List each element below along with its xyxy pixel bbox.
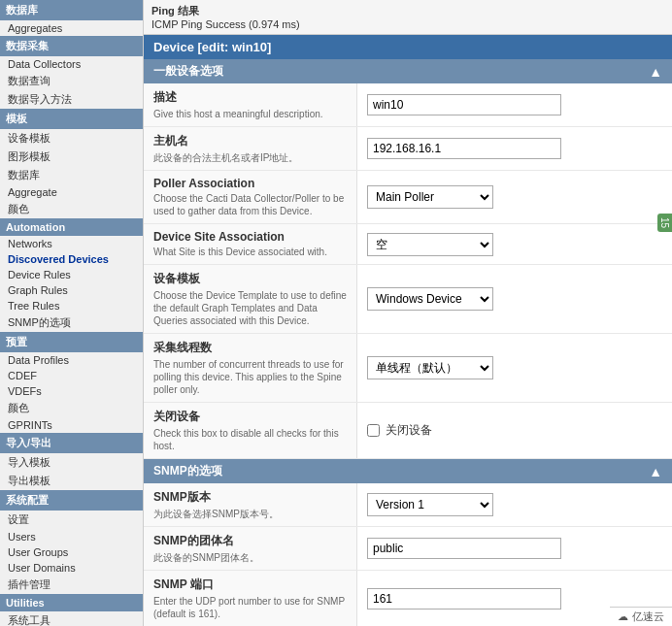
form-row-hostname-input: 主机名此设备的合法主机名或者IP地址。	[144, 127, 672, 171]
sidebar-item-data-queries[interactable]: 数据查询	[0, 72, 143, 90]
hostname-input-hint: 此设备的合法主机名或者IP地址。	[153, 151, 347, 164]
sidebar-header-预置: 预置	[0, 332, 143, 352]
snmp-port-input-hint: Enter the UDP port number to use for SNM…	[153, 595, 347, 620]
sidebar-item-data-templates[interactable]: 数据库	[0, 166, 143, 184]
watermark-text: 亿速云	[632, 610, 664, 624]
site-select-label: Device Site Association	[153, 230, 347, 244]
form-row-site-select: Device Site AssociationWhat Site is this…	[144, 224, 672, 265]
sidebar-item-snmp-options[interactable]: SNMP的选项	[0, 313, 143, 332]
sidebar-item-plugin-management[interactable]: 插件管理	[0, 576, 143, 594]
sidebar-item-user-domains[interactable]: User Domains	[0, 560, 143, 576]
sidebar-header-系统配置: 系统配置	[0, 490, 143, 511]
form-row-device-template-select: 设备模板Choose the Device Template to use to…	[144, 265, 672, 334]
snmp-port-input[interactable]	[367, 588, 561, 610]
sidebar-item-system-tools[interactable]: 系统工具	[0, 611, 143, 626]
sidebar-header-数据采集: 数据采集	[0, 36, 143, 56]
sidebar-item-graph-rules[interactable]: Graph Rules	[0, 282, 143, 298]
sidebar-header-automation: Automation	[0, 218, 143, 236]
device-template-select-hint: Choose the Device Template to use to def…	[153, 289, 347, 327]
sidebar-item-cdef[interactable]: CDEF	[0, 368, 143, 383]
ping-result: ICMP Ping Success (0.974 ms)	[151, 18, 300, 30]
general-section-title: 一般设备选项	[153, 63, 223, 80]
disable-checkbox[interactable]	[367, 424, 380, 437]
right-badge: 15	[657, 214, 672, 232]
snmp-port-input-label: SNMP 端口	[153, 577, 347, 593]
snmp-section: SNMP的选项 ▲ SNMP版本为此设备选择SNMP版本号。Version 1V…	[144, 459, 672, 626]
sidebar-item-settings[interactable]: 设置	[0, 511, 143, 529]
snmp-community-input[interactable]	[367, 538, 561, 559]
sidebar-item-users[interactable]: Users	[0, 529, 143, 544]
sidebar-header-导入/导出: 导入/导出	[0, 433, 143, 453]
sidebar-item-data-profiles[interactable]: Data Profiles	[0, 352, 143, 368]
sidebar-header-数据库: 数据库	[0, 0, 143, 20]
device-template-select[interactable]: Windows Device	[367, 287, 493, 311]
device-header: Device [edit: win10]	[144, 35, 672, 59]
device-template-select-label: 设备模板	[153, 271, 347, 287]
site-select[interactable]: 空	[367, 233, 493, 256]
snmp-section-header: SNMP的选项 ▲	[144, 459, 672, 483]
sidebar-item-discovered-devices[interactable]: Discovered Devices	[0, 251, 143, 267]
general-rows: 描述Give this host a meaningful descriptio…	[144, 83, 672, 459]
hostname-input[interactable]	[367, 138, 561, 159]
poller-select-label: Poller Association	[153, 177, 347, 190]
ping-title: Ping 结果	[151, 5, 199, 16]
sidebar-item-networks[interactable]: Networks	[0, 236, 143, 251]
threads-select-label: 采集线程数	[153, 340, 347, 356]
sidebar-item-color[interactable]: 颜色	[0, 200, 143, 218]
threads-select-hint: The number of concurrent threads to use …	[153, 358, 347, 396]
snmp-collapse-icon[interactable]: ▲	[649, 464, 662, 479]
form-row-description-input: 描述Give this host a meaningful descriptio…	[144, 83, 672, 127]
snmp-rows: SNMP版本为此设备选择SNMP版本号。Version 1Version 2Ve…	[144, 483, 672, 626]
snmp-version-select-label: SNMP版本	[153, 489, 347, 506]
sidebar-item-device-rules[interactable]: Device Rules	[0, 267, 143, 282]
ping-bar: Ping 结果 ICMP Ping Success (0.974 ms)	[144, 0, 672, 35]
form-row-poller-select: Poller AssociationChoose the Cacti Data …	[144, 171, 672, 224]
sidebar-item-data-input-methods[interactable]: 数据导入方法	[0, 90, 143, 109]
sidebar-item-tree-rules[interactable]: Tree Rules	[0, 298, 143, 313]
sidebar-item-device-templates[interactable]: 设备模板	[0, 129, 143, 148]
hostname-input-label: 主机名	[153, 133, 347, 149]
sidebar: 数据库Aggregates数据采集Data Collectors数据查询数据导入…	[0, 0, 144, 626]
disable-checkbox-label: 关闭设备	[386, 422, 432, 439]
snmp-community-input-label: SNMP的团体名	[153, 533, 347, 549]
form-row-snmp-version-select: SNMP版本为此设备选择SNMP版本号。Version 1Version 2Ve…	[144, 483, 672, 527]
description-input-hint: Give this host a meaningful description.	[153, 108, 347, 120]
sidebar-header-utilities: Utilities	[0, 594, 143, 611]
main-content: Ping 结果 ICMP Ping Success (0.974 ms) Dev…	[144, 0, 672, 626]
poller-select-hint: Choose the Cacti Data Collector/Poller t…	[153, 192, 347, 217]
sidebar-item-graph-templates[interactable]: 图形模板	[0, 148, 143, 166]
sidebar-item-aggregate[interactable]: Aggregate	[0, 184, 143, 200]
threads-select[interactable]: 单线程（默认）	[367, 356, 493, 379]
disable-checkbox-label: 关闭设备	[153, 409, 347, 425]
sidebar-item-user-groups[interactable]: User Groups	[0, 544, 143, 560]
snmp-community-input-hint: 此设备的SNMP团体名。	[153, 551, 347, 564]
form-row-threads-select: 采集线程数The number of concurrent threads to…	[144, 334, 672, 403]
sidebar-item-aggregates[interactable]: Aggregates	[0, 20, 143, 36]
form-row-snmp-port-input: SNMP 端口Enter the UDP port number to use …	[144, 571, 672, 626]
sidebar-header-模板: 模板	[0, 109, 143, 129]
sidebar-item-color2[interactable]: 颜色	[0, 399, 143, 417]
description-input[interactable]	[367, 94, 561, 115]
site-select-hint: What Site is this Device associated with…	[153, 246, 347, 258]
snmp-version-select-hint: 为此设备选择SNMP版本号。	[153, 508, 347, 520]
poller-select[interactable]: Main Poller	[367, 185, 493, 209]
form-row-disable-checkbox: 关闭设备Check this box to disable all checks…	[144, 403, 672, 459]
sidebar-item-import-templates[interactable]: 导入模板	[0, 453, 143, 472]
sidebar-item-gprints[interactable]: GPRINTs	[0, 417, 143, 433]
sidebar-item-export-templates[interactable]: 导出模板	[0, 472, 143, 490]
general-collapse-icon[interactable]: ▲	[649, 64, 662, 80]
general-section: 一般设备选项 ▲ 描述Give this host a meaningful d…	[144, 59, 672, 459]
snmp-section-title: SNMP的选项	[153, 463, 222, 479]
description-input-label: 描述	[153, 89, 347, 106]
snmp-version-select[interactable]: Version 1Version 2Version 3	[367, 493, 493, 516]
watermark-icon: ☁	[618, 610, 628, 623]
bottom-bar: ☁ 亿速云	[610, 607, 672, 626]
sidebar-item-data-collectors[interactable]: Data Collectors	[0, 56, 143, 72]
disable-checkbox-hint: Check this box to disable all checks for…	[153, 427, 347, 452]
general-section-header: 一般设备选项 ▲	[144, 59, 672, 83]
sidebar-item-vdefs[interactable]: VDEFs	[0, 383, 143, 399]
form-row-snmp-community-input: SNMP的团体名此设备的SNMP团体名。	[144, 527, 672, 571]
